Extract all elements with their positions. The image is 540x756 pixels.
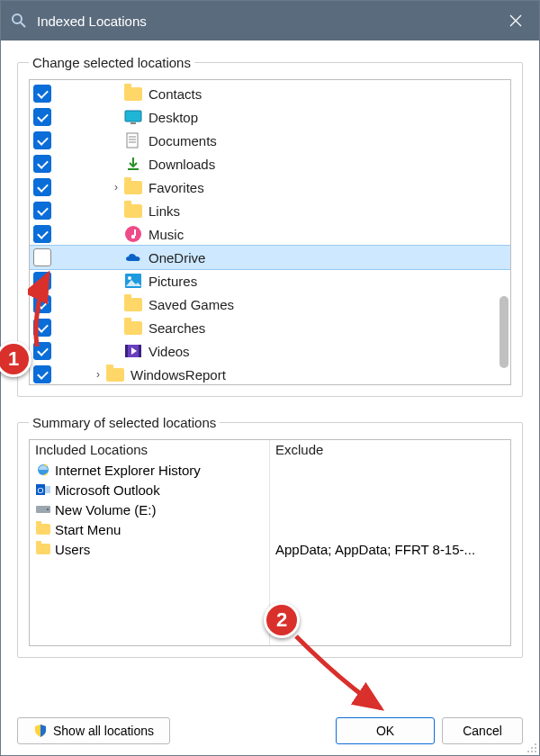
summary-row[interactable]: Users [30,539,269,559]
show-all-locations-button[interactable]: Show all locations [17,717,170,744]
checkbox[interactable] [33,131,51,149]
annotation-2: 2 [264,602,300,638]
tree-row[interactable]: Videos [30,339,510,363]
exclude-cell [270,500,510,519]
folder-icon [123,295,143,313]
tree-row[interactable]: Music [30,222,510,246]
locations-tree[interactable]: ContactsDesktopDocumentsDownloads›Favori… [29,79,511,385]
included-header[interactable]: Included Locations [30,440,269,460]
annotation-1-arrow [28,269,64,350]
tree-row[interactable]: Downloads [30,152,510,176]
annotation-2-arrow [291,631,399,721]
exclude-cell [270,460,510,480]
svg-rect-7 [127,133,138,148]
checkbox[interactable] [33,248,51,266]
svg-point-0 [13,14,22,23]
scrollbar-thumb[interactable] [500,296,508,368]
svg-line-1 [21,22,25,27]
checkbox[interactable] [33,365,51,383]
tree-item-label: Documents [148,133,217,148]
app-icon [10,12,28,30]
resize-grip[interactable] [524,740,536,752]
cancel-button[interactable]: Cancel [442,717,523,744]
change-locations-group: Change selected locations ContactsDeskto… [17,55,523,397]
included-location-label: New Volume (E:) [55,502,157,518]
close-button[interactable] [496,1,536,40]
onedrive-icon [123,248,143,266]
svg-text:O: O [37,486,43,495]
tree-item-label: OneDrive [148,250,205,266]
tree-item-label: Music [148,227,184,242]
indexed-locations-window: Indexed Locations Change selected locati… [0,0,540,756]
tree-item-label: Pictures [148,274,197,289]
drive-icon [35,502,51,517]
dialog-body: Change selected locations ContactsDeskto… [1,40,539,755]
tree-row[interactable]: Saved Games [30,292,510,316]
expander-icon[interactable]: › [91,368,105,381]
tree-row[interactable]: Documents [30,129,510,152]
tree-row[interactable]: Desktop [30,105,510,129]
tree-item-label: Contacts [148,86,202,102]
checkbox[interactable] [33,85,51,103]
tree-row[interactable]: OneDrive [30,246,510,269]
pictures-icon [123,272,143,290]
sfolder-icon [35,542,51,556]
svg-point-25 [47,508,49,510]
summary-row[interactable]: New Volume (E:) [30,500,269,519]
desktop-icon [123,108,143,126]
svg-point-13 [131,235,135,238]
tree-row[interactable]: Pictures [30,269,510,292]
exclude-cell: AppData; AppData; FFRT 8-15-... [270,539,510,559]
tree-item-label: Favorites [148,180,204,195]
svg-rect-17 [125,345,128,357]
folder-icon [123,85,143,103]
tree-row[interactable]: ›Favorites [30,176,510,199]
window-title: Indexed Locations [37,14,496,29]
buttons-row: Show all locations OK Cancel [17,717,523,744]
exclude-cell [270,480,510,500]
sfolder-icon [35,522,51,536]
summary-row[interactable]: Internet Explorer History [30,460,269,480]
title-bar: Indexed Locations [1,1,539,40]
svg-point-15 [128,276,131,280]
folder-icon [105,365,125,383]
included-location-label: Microsoft Outlook [55,482,160,498]
checkbox[interactable] [33,225,51,243]
checkbox[interactable] [33,108,51,126]
exclude-header[interactable]: Exclude [270,440,510,460]
tree-row[interactable]: Searches [30,316,510,339]
svg-rect-23 [45,486,50,493]
shield-icon [33,724,48,738]
ok-button[interactable]: OK [336,717,435,744]
checkbox[interactable] [33,178,51,196]
checkbox[interactable] [33,155,51,173]
svg-rect-18 [139,345,141,357]
tree-row[interactable]: Links [30,199,510,222]
document-icon [123,131,143,149]
checkbox[interactable] [33,202,51,220]
tree-row[interactable]: ›WindowsReport [30,363,510,385]
tree-row[interactable]: Contacts [30,82,510,105]
outlook-icon: O [35,482,51,497]
summary-row[interactable]: OMicrosoft Outlook [30,480,269,500]
tree-item-label: Downloads [148,157,215,172]
tree-item-label: Searches [148,320,205,336]
tree-item-label: Desktop [148,110,198,125]
svg-point-12 [125,226,141,242]
download-icon [123,155,143,173]
tree-item-label: Links [148,203,180,219]
svg-rect-4 [125,111,141,122]
summary-row[interactable]: Start Menu [30,519,269,539]
svg-rect-6 [130,122,136,124]
tree-item-label: Videos [148,344,190,359]
summary-label: Summary of selected locations [29,415,220,430]
change-locations-label: Change selected locations [29,55,194,70]
tree-item-label: Saved Games [148,297,234,312]
included-location-label: Users [55,542,90,557]
videos-icon [123,342,143,360]
included-location-label: Start Menu [55,522,121,537]
folder-icon [123,319,143,337]
expander-icon[interactable]: › [109,181,123,194]
included-location-label: Internet Explorer History [55,463,201,478]
tree-item-label: WindowsReport [130,367,226,382]
